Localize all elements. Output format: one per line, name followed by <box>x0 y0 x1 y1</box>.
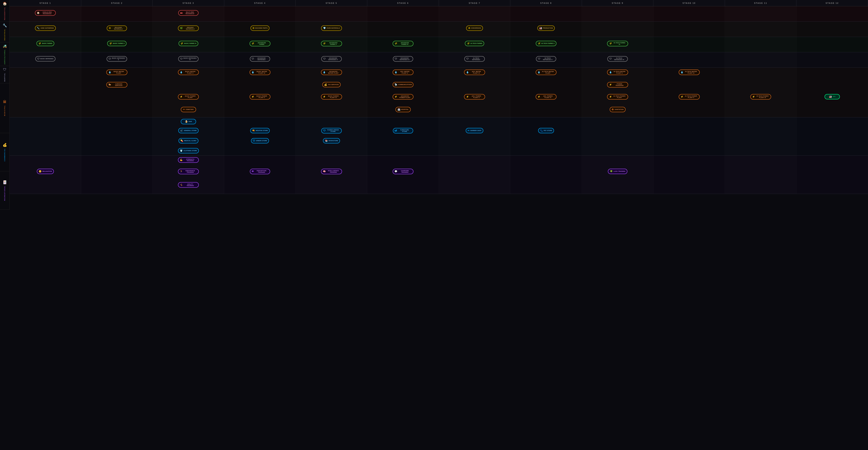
conversion[interactable]: ♻ CONVERSION <box>466 26 483 31</box>
basic-power-plant-iii[interactable]: ⚡ BASIC POWER PLANT III <box>321 94 342 99</box>
adv-water-plant-ii[interactable]: 💧 ADV. WATER PLANT II <box>393 69 413 75</box>
question-marks-node[interactable]: 🏭 ??? <box>825 94 840 99</box>
advanced-defenses-ii[interactable]: 🛡 ADVANCED DEFENSES II <box>321 56 342 62</box>
communications[interactable]: 📡 COMMUNICATIONS <box>393 82 413 87</box>
hi-tech-power-plant-ii[interactable]: ⚡ HI-TECH POWER PLANT II <box>679 94 700 99</box>
endurance-training[interactable]: 🏃 ENDURANCE TRAINING <box>178 169 199 174</box>
hi-tech-defenses[interactable]: 🛡 HI-TECH DEFENSES <box>464 56 485 62</box>
stage-8-header: STAGE 8 <box>510 0 582 6</box>
basic-power-plant-ii[interactable]: ⚡ BASIC POWER PLANT II <box>249 94 271 99</box>
bar[interactable]: 🍺 BAR <box>181 119 196 124</box>
municipal-label: MUNICIPAL <box>4 105 5 116</box>
stage-12-header: STAGE 12 <box>796 0 868 6</box>
rare-materials[interactable]: 💎 RARE MATERIALS <box>321 26 342 31</box>
basic-farms-iii[interactable]: 🌾 BASIC FARMS III <box>179 41 198 46</box>
municipal-icon: 🏛 <box>3 100 6 104</box>
pet-store[interactable]: 🐾 PET STORE <box>538 128 554 133</box>
hi-tech-farms-iii[interactable]: 🌾 HI-TECH FARMS III <box>607 41 628 46</box>
martial-label: MARTIAL <box>4 73 5 82</box>
advanced-farms[interactable]: 🌾 ADVANCED FARMS <box>249 41 271 46</box>
basic-power-plant[interactable]: ⚡ BASIC POWER PLANT <box>178 94 199 99</box>
basic-farms[interactable]: 🌾 BASIC FARMS <box>36 41 54 46</box>
recreational-section: 💪 STRENGTH TRAINING 😊 RELAXATION 🏃 ENDUR… <box>9 156 868 194</box>
stage-7-header: STAGE 7 <box>439 0 510 6</box>
single-red-residence[interactable]: 🏠 SINGLE-RED RESIDENCE <box>35 10 56 16</box>
martial-section: 🛡 BASIC DEFENSES 🛡 BASIC DEFENSES II 🛡 B… <box>9 52 868 68</box>
cat-label-residential: 🏠 RESIDENTIAL <box>0 0 9 22</box>
sanitation[interactable]: ♻ SANITATION <box>610 107 625 112</box>
stage-4-header: STAGE 4 <box>224 0 296 6</box>
hi-tech-farms[interactable]: 🌾 HI-TECH FARMS <box>465 41 484 46</box>
junk-gathering[interactable]: 🔧 JUNK GATHERING <box>35 26 56 31</box>
furniture-store[interactable]: 🛋 FURNITURE STORE <box>393 128 413 133</box>
hi-tech-water-plant-ii[interactable]: 💧 HI-TECH WATER PLANT II <box>607 69 628 75</box>
power-transfer[interactable]: ⚡ POWER TRANSFER <box>607 82 628 88</box>
commercial-icon: 💰 <box>3 143 7 147</box>
basic-defenses-iii[interactable]: 🛡 BASIC DEFENSES III <box>178 56 199 62</box>
basic-water-plant-iii[interactable]: 💧 BASIC WATER PLANT III <box>249 69 271 75</box>
production[interactable]: 🏭 PRODUCTION <box>537 26 555 31</box>
stage-6-header: STAGE 6 <box>367 0 439 6</box>
tech-tree: 🏠 RESIDENTIAL 🔧 INDUSTRIAL 🚜 AGRICULTURA… <box>0 0 868 210</box>
general-store[interactable]: 🛒 GENERAL STORE <box>178 128 198 133</box>
advanced-water-plant[interactable]: 💧 ADVANCED WATER PLANT <box>321 69 342 75</box>
basic-water-plant[interactable]: 💧 BASIC WATER PLANT <box>106 69 127 75</box>
hi-tech-water-plant[interactable]: 💧 HI-TECH WATER PLANT <box>535 69 557 75</box>
basic-farms-ii[interactable]: 🌾 BASIC FARMS II <box>107 41 127 46</box>
strength-training[interactable]: 💪 STRENGTH TRAINING <box>178 157 199 163</box>
advanced-farms-iii[interactable]: 🌾 ADVANCED FARMS III <box>393 41 413 46</box>
multi-residence-icon: 🏘 <box>180 11 183 14</box>
power-armor-store[interactable]: 🛡 POWER ARMOR STORE <box>321 128 342 133</box>
weapon-store[interactable]: 🔫 WEAPON STORE <box>250 128 270 133</box>
adv-power-plant-ii[interactable]: ⚡ ADV. POWER PLANT II <box>464 94 485 99</box>
residential-label: RESIDENTIAL <box>4 7 5 20</box>
caravan-services[interactable]: 🐎 CARAVAN SERVICES <box>106 82 127 88</box>
adv-power-plant-iii[interactable]: ⚡ ADV. POWER PLANT III <box>535 94 557 99</box>
agricultural-label: AGRICULTURAL <box>4 49 5 64</box>
medical-clinic[interactable]: 💊 MEDICAL CLINIC <box>179 138 198 143</box>
cat-label-martial: 🛡 MARTIAL <box>0 66 9 83</box>
agility-training[interactable]: 🤸 AGILITY TRAINING <box>178 182 199 188</box>
cat-label-commercial: 💰 COMMERCIAL <box>0 133 9 171</box>
multi-red-residence[interactable]: 🏘 MULTI-RED RESIDENCE <box>178 10 199 16</box>
hospital[interactable]: 🏥 HOSPITAL <box>395 107 411 112</box>
cat-label-recreational: 🃏 RECREATIONAL <box>0 171 9 210</box>
hi-tech-water-plant-iii[interactable]: 💧 HI-TECH WATER PLANT III <box>679 69 700 75</box>
hi-tech-power-plant-iii[interactable]: ⚡ HI-TECH POWER PLANT III <box>750 94 771 99</box>
luck-training[interactable]: 🍀 LUCK TRAINING <box>608 169 627 174</box>
barber-shop[interactable]: ✂ BARBER SHOP <box>466 128 483 133</box>
grid-wrapper: STAGE 1 STAGE 2 STAGE 3 STAGE 4 STAGE 5 … <box>9 0 868 194</box>
organic-materials[interactable]: 🌿 ORGANIC MATERIALS <box>178 26 199 31</box>
stage-2-header: STAGE 2 <box>81 0 153 6</box>
residence-icon: 🏠 <box>37 11 40 14</box>
hi-tech-defences-iii[interactable]: 🛡 HI-TECH DEFENCES III <box>608 56 628 62</box>
hi-tech-farms-ii[interactable]: 🌾 HI-TECH FARMS II <box>536 41 556 46</box>
armor-store[interactable]: 🛡 ARMOR STORE <box>251 138 269 143</box>
intelligence-training[interactable]: 🧠 INTELLIGENCE TRAINING <box>321 169 342 174</box>
advanced-defenses[interactable]: 🛡 ADVANCED DEFENSES <box>250 56 270 62</box>
stage-1-header: STAGE 1 <box>9 0 81 6</box>
relaxation[interactable]: 😊 RELAXATION <box>37 169 54 174</box>
cemetery[interactable]: ⚰ CEMETERY <box>181 107 196 112</box>
clothing-store[interactable]: 👕 CLOTHING STORE <box>178 148 199 153</box>
basic-defenses[interactable]: 🛡 BASIC DEFENSES <box>35 56 55 61</box>
advanced-power-plant[interactable]: ⚡ ADVANCED POWER PLANT <box>393 94 413 99</box>
cat-label-agricultural: 🚜 AGRICULTURAL <box>0 42 9 66</box>
charisma-training[interactable]: 💬 CHARISMA TRAINING <box>393 169 413 174</box>
hi-tech-defences-ii[interactable]: 🛡 HI-TECH DEFENCES II <box>536 56 556 62</box>
stage-11-header: STAGE 11 <box>725 0 797 6</box>
bookstore[interactable]: 📚 BOOKSTORE <box>323 138 340 143</box>
node-label: SINGLE-RED RESIDENCE <box>40 11 54 14</box>
basic-defenses-ii[interactable]: 🛡 BASIC DEFENSES II <box>107 56 127 62</box>
machine-parts[interactable]: ⚙ MACHINE PARTS <box>250 26 270 31</box>
industrial-icon: 🔧 <box>3 23 7 28</box>
hi-tech-power-plant[interactable]: ⚡ HI-TECH POWER PLANT <box>607 94 628 99</box>
agricultural-section: 🌾 BASIC FARMS 🌾 BASIC FARMS II 🌾 BASIC F… <box>9 37 868 52</box>
advanced-farms-ii[interactable]: 🌾 ADVANCED FARMS II <box>321 41 342 46</box>
basic-water-plant-ii[interactable]: 💧 BASIC WATER PLANT II <box>178 69 199 75</box>
perception-training[interactable]: 👁 PERCEPTION TRAINING <box>250 169 270 174</box>
adv-water-plant-iii[interactable]: 💧 ADV. WATER PLANT III <box>464 69 485 75</box>
tax-services[interactable]: 💰 TAX SERVICES <box>322 82 341 87</box>
building-materials[interactable]: ⚙ BUILDING MATERIALS <box>107 26 127 31</box>
advanced-defenses-iii[interactable]: 🛡 ADVANCED DEFENSES III <box>393 56 413 62</box>
